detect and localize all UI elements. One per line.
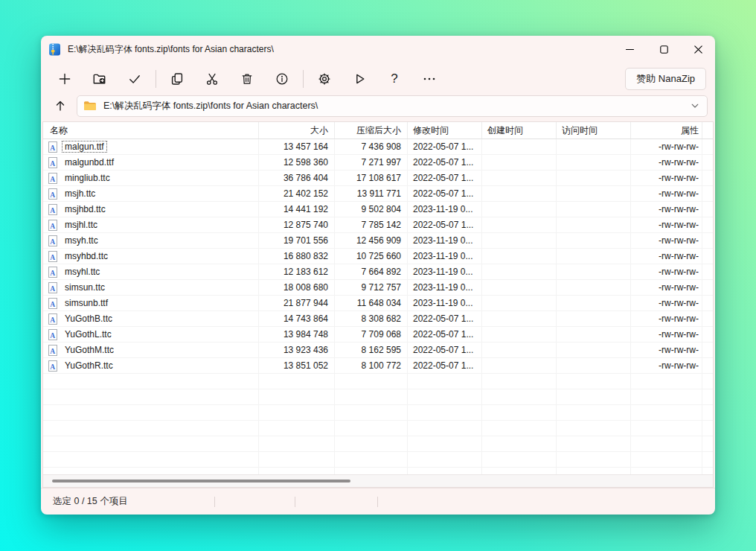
file-attrs-cell: -rw-rw-rw- xyxy=(631,155,702,170)
empty-cell xyxy=(335,468,408,474)
desktop-background: E:\解决乱码字体 fonts.zip\fonts for Asian char… xyxy=(0,0,756,551)
empty-cell xyxy=(43,421,259,436)
file-accessed-cell xyxy=(557,217,631,232)
file-modified-cell: 2022-05-07 1... xyxy=(408,155,482,170)
file-name-cell: Amalgunbd.ttf xyxy=(43,155,259,170)
svg-text:A: A xyxy=(50,347,55,354)
file-attrs-cell: -rw-rw-rw- xyxy=(631,139,702,154)
file-packed-cell: 11 648 034 xyxy=(335,296,408,310)
file-packed-cell: 8 308 682 xyxy=(335,311,408,326)
table-row[interactable]: Amsyhl.ttc12 183 6127 664 8922023-11-19 … xyxy=(43,264,713,280)
table-row[interactable]: Amalgunbd.ttf12 598 3607 271 9972022-05-… xyxy=(43,155,713,171)
svg-text:A: A xyxy=(50,331,55,339)
empty-cell xyxy=(408,468,482,474)
file-modified-cell: 2023-11-19 0... xyxy=(408,233,482,248)
column-header-size[interactable]: 大小 xyxy=(259,122,335,138)
maximize-button[interactable] xyxy=(647,36,681,63)
svg-text:A: A xyxy=(50,222,55,229)
statusbar-separator xyxy=(377,497,378,507)
address-input[interactable]: E:\解决乱码字体 fonts.zip\fonts for Asian char… xyxy=(77,95,708,117)
file-attrs-cell: -rw-rw-rw- xyxy=(631,202,702,217)
table-row[interactable]: Amalgun.ttf13 457 1647 436 9082022-05-07… xyxy=(43,139,713,155)
info-button[interactable] xyxy=(267,66,297,92)
close-button[interactable] xyxy=(681,36,715,63)
up-button[interactable] xyxy=(48,95,72,117)
file-created-cell xyxy=(482,327,557,342)
chevron-down-icon[interactable] xyxy=(689,100,701,112)
file-created-cell xyxy=(482,202,557,217)
file-modified-cell: 2023-11-19 0... xyxy=(408,280,482,295)
file-size-cell: 12 183 612 xyxy=(259,264,335,279)
delete-button[interactable] xyxy=(232,66,262,92)
table-row[interactable]: Asimsunb.ttf21 877 94411 648 0342023-11-… xyxy=(43,296,713,311)
empty-cell xyxy=(259,436,335,451)
file-accessed-cell xyxy=(557,264,631,279)
table-row[interactable]: Amsjh.ttc21 402 15213 911 7712022-05-07 … xyxy=(43,186,713,202)
more-button[interactable] xyxy=(414,66,444,92)
file-created-cell xyxy=(482,249,557,264)
file-name-label: msyhl.ttc xyxy=(62,266,103,278)
file-packed-cell: 7 664 892 xyxy=(335,264,408,279)
font-file-icon: A xyxy=(48,173,58,184)
font-file-icon: A xyxy=(48,188,58,200)
help-button[interactable]: ? xyxy=(379,66,409,92)
file-accessed-cell xyxy=(557,186,631,201)
table-row[interactable]: Asimsun.ttc18 008 6809 712 7572023-11-19… xyxy=(43,280,713,296)
move-icon xyxy=(205,71,220,86)
table-row[interactable]: AYuGothB.ttc14 743 8648 308 6822022-05-0… xyxy=(43,311,713,327)
extract-button[interactable] xyxy=(85,66,115,92)
column-header-created[interactable]: 创建时间 xyxy=(482,122,557,138)
file-name-cell: AYuGothR.ttc xyxy=(43,358,259,373)
file-created-cell xyxy=(482,171,557,185)
table-row[interactable]: AYuGothR.ttc13 851 0528 100 7722022-05-0… xyxy=(43,358,713,374)
font-file-icon: A xyxy=(48,313,58,325)
table-row[interactable]: AYuGothM.ttc13 923 4368 162 5952022-05-0… xyxy=(43,343,713,358)
sponsor-button[interactable]: 赞助 NanaZip xyxy=(625,68,706,90)
file-accessed-cell xyxy=(557,280,631,295)
empty-cell xyxy=(482,421,557,436)
file-size-cell: 18 008 680 xyxy=(259,280,335,295)
file-size-cell: 16 880 832 xyxy=(259,249,335,264)
file-size-cell: 36 786 404 xyxy=(259,171,335,185)
column-header-accessed[interactable]: 访问时间 xyxy=(557,122,631,138)
toolbar: ? 赞助 NanaZip xyxy=(41,63,715,95)
column-header-attrs[interactable]: 属性 xyxy=(631,122,702,138)
empty-cell xyxy=(408,405,482,420)
column-header-modified[interactable]: 修改时间 xyxy=(408,122,482,138)
horizontal-scrollbar[interactable] xyxy=(43,474,713,487)
copy-button[interactable] xyxy=(162,66,192,92)
column-header-name[interactable]: 名称 xyxy=(43,122,259,138)
svg-text:A: A xyxy=(50,191,55,198)
copy-icon xyxy=(170,71,185,86)
file-attrs-cell: -rw-rw-rw- xyxy=(631,186,702,201)
move-button[interactable] xyxy=(197,66,227,92)
file-name-label: msjh.ttc xyxy=(62,188,98,200)
file-packed-cell: 7 271 997 xyxy=(335,155,408,170)
run-button[interactable] xyxy=(345,66,374,92)
table-row[interactable]: Amsjhl.ttc12 875 7407 785 1422022-05-07 … xyxy=(43,217,713,233)
table-row[interactable]: Amsyhbd.ttc16 880 83210 725 6602023-11-1… xyxy=(43,249,713,264)
table-row[interactable]: Amsjhbd.ttc14 441 1929 502 8042023-11-19… xyxy=(43,202,713,217)
column-header-packed[interactable]: 压缩后大小 xyxy=(335,122,408,138)
file-size-cell: 19 701 556 xyxy=(259,233,335,248)
table-row-empty xyxy=(43,374,713,389)
add-button[interactable] xyxy=(50,66,80,92)
title-bar[interactable]: E:\解决乱码字体 fonts.zip\fonts for Asian char… xyxy=(41,36,715,63)
file-name-label: malgun.ttf xyxy=(62,141,107,153)
table-row[interactable]: Amsyh.ttc19 701 55612 456 9092023-11-19 … xyxy=(43,233,713,249)
file-list-panel: 名称大小压缩后大小修改时间创建时间访问时间属性 Amalgun.ttf13 45… xyxy=(42,121,714,488)
table-row[interactable]: Amingliub.ttc36 786 40417 108 6172022-05… xyxy=(43,171,713,186)
table-row[interactable]: AYuGothL.ttc13 984 7487 709 0682022-05-0… xyxy=(43,327,713,343)
more-icon xyxy=(422,71,437,86)
address-bar: E:\解决乱码字体 fonts.zip\fonts for Asian char… xyxy=(41,95,715,121)
settings-button[interactable] xyxy=(310,66,339,92)
test-button[interactable] xyxy=(120,66,150,92)
file-name-label: YuGothB.ttc xyxy=(62,313,115,325)
file-attrs-cell: -rw-rw-rw- xyxy=(631,264,702,279)
horizontal-scrollbar-thumb[interactable] xyxy=(52,480,350,482)
file-accessed-cell xyxy=(557,296,631,310)
toolbar-separator xyxy=(303,70,304,88)
minimize-button[interactable] xyxy=(612,36,647,63)
empty-cell xyxy=(259,468,335,474)
file-name-label: msjhbd.ttc xyxy=(62,203,109,215)
